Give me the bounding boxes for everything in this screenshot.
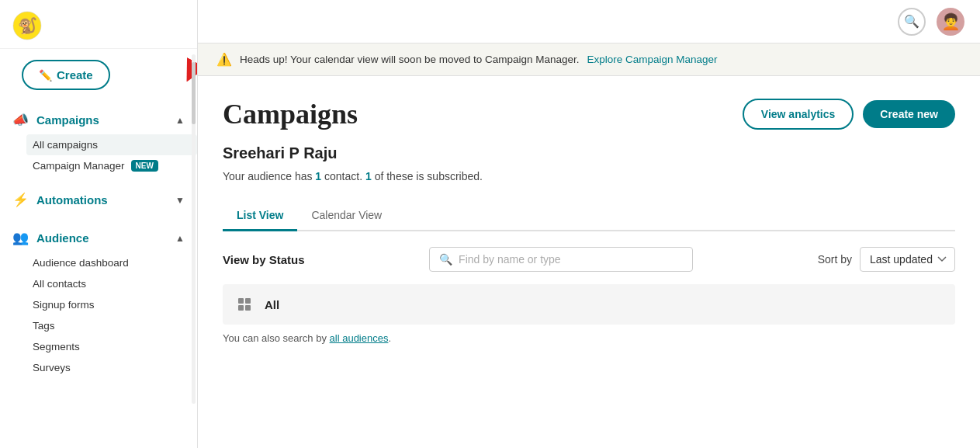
sidebar: 🐒 ✏️ Create 📣 Campaigns ▲ xyxy=(0,0,198,448)
sidebar-item-segments[interactable]: Segments xyxy=(33,336,197,357)
sidebar-item-campaign-manager[interactable]: Campaign Manager New xyxy=(33,155,197,176)
page-title: Campaigns xyxy=(223,98,358,130)
audience-info: Your audience has 1 contact. 1 of these … xyxy=(223,170,955,182)
sidebar-top: 🐒 xyxy=(0,0,197,49)
audience-info-mid: contact. xyxy=(321,170,365,182)
automations-chevron-icon: ▼ xyxy=(175,195,185,206)
sidebar-item-all-campaigns[interactable]: All campaigns xyxy=(26,134,197,155)
sidebar-scrollbar[interactable] xyxy=(192,54,196,404)
svg-rect-2 xyxy=(238,298,244,304)
search-icon: 🔍 xyxy=(904,14,919,29)
sort-select[interactable]: Last updated Date created Name (A–Z) Nam… xyxy=(860,247,955,272)
search-hint: You can also search by all audiences. xyxy=(223,332,955,344)
avatar-image: 🧑‍🦱 xyxy=(941,12,961,31)
campaigns-nav-header[interactable]: 📣 Campaigns ▲ xyxy=(0,106,197,134)
pencil-icon: ✏️ xyxy=(39,69,52,82)
all-campaigns-label: All campaigns xyxy=(33,139,98,151)
create-button[interactable]: ✏️ Create xyxy=(22,60,110,90)
sidebar-item-all-contacts[interactable]: All contacts xyxy=(33,273,197,294)
search-input[interactable] xyxy=(459,253,683,266)
search-hint-suffix: . xyxy=(388,332,391,344)
nav-section-audience: 👥 Audience ▲ Audience dashboard All cont… xyxy=(0,219,197,383)
new-badge: New xyxy=(131,160,158,172)
audience-nav-label: Audience xyxy=(36,231,89,245)
tab-list-view[interactable]: List View xyxy=(223,201,297,231)
audience-count-1: 1 xyxy=(315,170,321,182)
campaign-manager-label: Campaign Manager xyxy=(33,160,125,172)
top-bar: 🔍 🧑‍🦱 xyxy=(198,0,980,43)
automations-nav-label: Automations xyxy=(36,193,108,207)
banner-text: Heads up! Your calendar view will soon b… xyxy=(240,54,580,65)
create-new-button[interactable]: Create new xyxy=(863,100,955,128)
audience-nav-header[interactable]: 👥 Audience ▲ xyxy=(0,224,197,252)
audience-name: Sreehari P Raju xyxy=(223,144,955,162)
svg-text:🐒: 🐒 xyxy=(18,16,37,35)
view-analytics-button[interactable]: View analytics xyxy=(743,99,854,130)
svg-rect-3 xyxy=(245,298,251,304)
svg-rect-4 xyxy=(238,305,244,311)
sidebar-nav: 📣 Campaigns ▲ All campaigns Campaign Man… xyxy=(0,101,197,448)
status-list: All xyxy=(223,284,955,325)
page-content: Campaigns View analytics Create new Sree… xyxy=(198,76,980,448)
audience-count-2: 1 xyxy=(365,170,372,182)
tabs: List View Calendar View xyxy=(223,201,955,231)
nav-section-automations: ⚡ Automations ▼ xyxy=(0,181,197,219)
campaigns-sub-items: All campaigns Campaign Manager New xyxy=(0,134,197,176)
search-box-icon: 🔍 xyxy=(439,253,452,266)
sidebar-item-surveys[interactable]: Surveys xyxy=(33,357,197,378)
sort-label: Sort by xyxy=(818,253,852,266)
campaigns-chevron-icon: ▲ xyxy=(175,115,185,126)
notification-banner: ⚠️ Heads up! Your calendar view will soo… xyxy=(198,43,980,76)
automations-icon: ⚡ xyxy=(12,192,29,208)
main-content: 🔍 🧑‍🦱 ⚠️ Heads up! Your calendar view wi… xyxy=(198,0,980,448)
sidebar-item-signup-forms[interactable]: Signup forms xyxy=(33,294,197,315)
sidebar-item-audience-dashboard[interactable]: Audience dashboard xyxy=(33,252,197,273)
audience-info-suffix: of these is subscribed. xyxy=(372,170,483,182)
create-button-label: Create xyxy=(57,68,93,82)
avatar[interactable]: 🧑‍🦱 xyxy=(937,8,964,36)
audience-icon: 👥 xyxy=(12,230,29,246)
filter-row: View by Status 🔍 Sort by Last updated Da… xyxy=(223,247,955,272)
sidebar-item-tags[interactable]: Tags xyxy=(33,315,197,336)
info-icon: ⚠️ xyxy=(216,52,232,67)
search-hint-link[interactable]: all audiences xyxy=(330,332,389,344)
page-header: Campaigns View analytics Create new xyxy=(223,98,955,130)
audience-info-prefix: Your audience has xyxy=(223,170,315,182)
sort-area: Sort by Last updated Date created Name (… xyxy=(818,247,955,272)
campaigns-icon: 📣 xyxy=(12,112,29,128)
automations-nav-header[interactable]: ⚡ Automations ▼ xyxy=(0,186,197,214)
search-hint-prefix: You can also search by xyxy=(223,332,330,344)
sidebar-scrollbar-thumb xyxy=(192,62,196,124)
audience-chevron-icon: ▲ xyxy=(175,233,185,244)
audience-sub-items: Audience dashboard All contacts Signup f… xyxy=(0,252,197,378)
nav-section-campaigns: 📣 Campaigns ▲ All campaigns Campaign Man… xyxy=(0,101,197,181)
status-item-all[interactable]: All xyxy=(223,284,955,325)
status-all-label: All xyxy=(265,298,279,311)
header-actions: View analytics Create new xyxy=(743,99,955,130)
campaigns-nav-label: Campaigns xyxy=(36,113,99,127)
mailchimp-logo[interactable]: 🐒 xyxy=(12,11,42,40)
view-by-status-label: View by Status xyxy=(223,253,305,266)
tab-calendar-view[interactable]: Calendar View xyxy=(297,201,396,231)
status-all-icon xyxy=(234,293,255,315)
search-button[interactable]: 🔍 xyxy=(898,8,926,36)
banner-link[interactable]: Explore Campaign Manager xyxy=(587,54,718,65)
search-box[interactable]: 🔍 xyxy=(429,247,693,272)
svg-rect-5 xyxy=(245,305,251,311)
